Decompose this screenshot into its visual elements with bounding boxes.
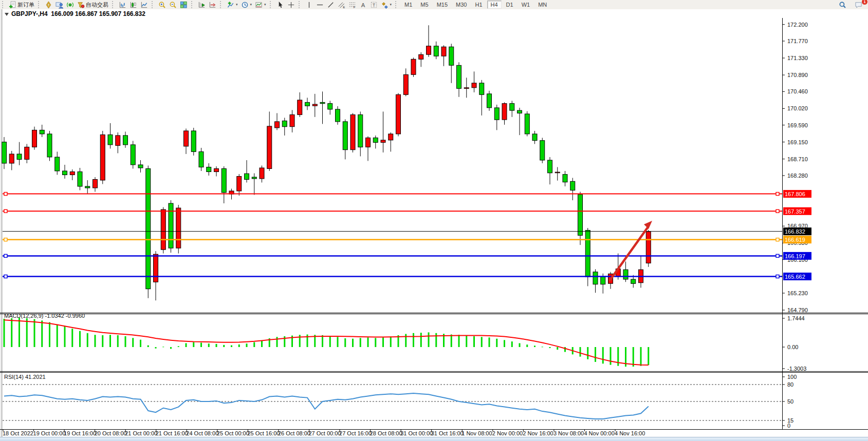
candle — [25, 147, 29, 159]
macd-histogram-bar — [344, 338, 346, 347]
hline-left-handle[interactable] — [4, 254, 7, 257]
toolbar-group-handle — [270, 1, 273, 8]
timeframe-button-m15[interactable]: M15 — [433, 1, 451, 9]
time-tick-label: 4 Nov 16:00 — [615, 430, 645, 436]
hline-right-handle[interactable] — [776, 209, 779, 213]
tile-windows-button[interactable] — [178, 1, 189, 9]
zoom-out-button[interactable] — [168, 1, 178, 9]
candle — [138, 165, 143, 168]
chart-shift-button[interactable] — [196, 1, 207, 9]
timeframe-button-m5[interactable]: M5 — [417, 1, 432, 9]
candle — [396, 94, 401, 134]
notifications-button[interactable]: 1 — [853, 1, 864, 9]
macd-histogram-bar — [64, 327, 66, 347]
hline-left-handle[interactable] — [4, 238, 7, 241]
timeframe-button-h4[interactable]: H4 — [487, 1, 502, 9]
hline-right-handle[interactable] — [776, 238, 779, 241]
hline-left-handle[interactable] — [4, 209, 7, 213]
zoom-in-button[interactable] — [157, 1, 168, 9]
macd-histogram-bar — [186, 343, 187, 348]
candle — [494, 108, 499, 120]
rsi-axis-label: 80 — [787, 381, 793, 388]
candle — [108, 135, 113, 145]
timeframe-button-m1[interactable]: M1 — [401, 1, 416, 9]
macd-histogram-bar — [420, 333, 422, 347]
fibo-icon: F — [348, 1, 356, 9]
navigator-button[interactable] — [43, 1, 54, 9]
macd-histogram-bar — [109, 335, 111, 347]
templates-menu-button[interactable]: ▾ — [253, 1, 268, 9]
dropdown-arrow-icon[interactable]: ▾ — [390, 3, 392, 7]
hline-right-handle[interactable] — [776, 193, 779, 196]
add-indicator-icon — [227, 1, 234, 9]
candle — [32, 130, 37, 147]
dropdown-arrow-icon[interactable]: ▾ — [236, 3, 238, 7]
candle — [282, 121, 287, 126]
macd-histogram-bar — [458, 335, 460, 347]
cursor-tool-button[interactable] — [275, 1, 286, 9]
line-chart-icon — [140, 1, 148, 9]
time-tick-label: 20 Oct 08:00 — [95, 430, 127, 436]
candle — [260, 168, 264, 179]
time-axis[interactable]: 18 Oct 202219 Oct 00:0019 Oct 16:0020 Oc… — [3, 430, 645, 437]
chart-autoscroll-button[interactable] — [207, 1, 218, 9]
channel-tool-button[interactable]: E — [336, 1, 347, 9]
fibonacci-tool-button[interactable]: F — [347, 1, 358, 9]
macd-histogram-bar — [549, 347, 551, 348]
hline-left-handle[interactable] — [4, 275, 7, 278]
candle — [343, 122, 347, 150]
autotrade-button-label: 自动交易 — [86, 1, 108, 9]
search-button[interactable] — [837, 1, 848, 9]
candle — [85, 186, 90, 188]
toolbar-group-handle — [2, 1, 6, 8]
hline-right-handle[interactable] — [776, 275, 779, 278]
macd-histogram-bar — [496, 339, 497, 347]
candle-chart-icon — [130, 1, 137, 9]
new-order-button[interactable]: 新订单 — [7, 1, 36, 9]
chart-background — [0, 9, 868, 438]
line-chart-button[interactable] — [139, 1, 150, 9]
terminal-button[interactable] — [65, 1, 76, 9]
channel-icon: E — [338, 1, 345, 9]
candle — [336, 109, 340, 122]
candle — [275, 122, 280, 128]
bar-chart-button[interactable] — [117, 1, 128, 9]
timeframe-button-mn[interactable]: MN — [534, 1, 550, 9]
chart-window[interactable]: MACD(12,26,9) -1.0342 -0.9960RSI(14) 41.… — [0, 9, 868, 438]
hline-left-handle[interactable] — [4, 193, 7, 196]
chart-svg[interactable]: MACD(12,26,9) -1.0342 -0.9960RSI(14) 41.… — [0, 9, 868, 438]
time-tick-label: 3 Nov 08:00 — [553, 430, 584, 436]
macd-histogram-bar — [208, 343, 210, 347]
timeframe-button-d1[interactable]: D1 — [503, 1, 517, 9]
time-tick-label: 24 Oct 08:00 — [186, 430, 218, 436]
text-label-tool-button[interactable]: T — [368, 1, 379, 9]
candle-chart-button[interactable] — [128, 1, 139, 9]
crosshair-tool-button[interactable] — [286, 1, 297, 9]
market-watch-button[interactable] — [54, 1, 65, 9]
periods-menu-button[interactable]: ▾ — [239, 1, 254, 9]
timeframe-button-w1[interactable]: W1 — [518, 1, 534, 9]
dropdown-arrow-icon[interactable]: ▾ — [264, 3, 266, 7]
autotrade-button[interactable]: 自动交易 — [76, 1, 110, 9]
candle — [47, 134, 52, 157]
timeframe-button-h1[interactable]: H1 — [471, 1, 486, 9]
vertical-line-tool-button[interactable] — [304, 1, 315, 9]
trendline-tool-button[interactable] — [325, 1, 336, 9]
timeframe-button-m30[interactable]: M30 — [452, 1, 470, 9]
horizontal-line-tool-button[interactable] — [315, 1, 325, 9]
candle — [419, 54, 423, 59]
dropdown-arrow-icon[interactable]: ▾ — [250, 3, 252, 7]
text-tool-button[interactable]: A — [358, 1, 368, 9]
indicators-menu-button[interactable]: ▾ — [225, 1, 239, 9]
candle — [510, 104, 514, 111]
chart-title-text: GBPJPY-,H4 166.009 166.867 165.907 166.8… — [11, 10, 145, 17]
macd-histogram-bar — [276, 337, 278, 347]
macd-histogram-bar — [610, 347, 612, 365]
candle — [63, 171, 67, 175]
cursor-icon — [276, 1, 284, 9]
hline-right-handle[interactable] — [776, 254, 779, 257]
terminal-icon — [66, 1, 74, 9]
arrows-tool-button[interactable]: ▾ — [379, 1, 394, 9]
macd-histogram-bar — [4, 319, 5, 347]
svg-text:A: A — [361, 2, 365, 8]
